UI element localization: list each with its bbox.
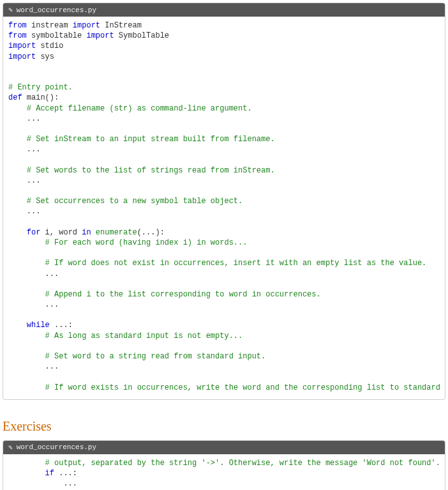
kw-in: in — [82, 228, 91, 237]
comment-append: # Append i to the list corresponding to … — [45, 290, 321, 299]
dots-5: ... — [45, 270, 59, 279]
for-tail: (...): — [137, 228, 165, 237]
code-header-2: ✎ word_occurrences.py — [3, 441, 445, 454]
dots-1: ... — [27, 114, 41, 123]
filename-2: word_occurrences.py — [17, 443, 96, 451]
comment-aslong: # As long as standard input is not empty… — [45, 332, 243, 341]
if-tail: ...: — [54, 469, 77, 478]
kw-while: while — [27, 321, 50, 330]
kw-import4: import — [8, 52, 36, 61]
dots-6: ... — [45, 300, 59, 309]
fn-enumerate: enumerate — [96, 228, 137, 237]
mod-sys: sys — [40, 52, 54, 61]
comment-entry: # Entry point. — [8, 83, 73, 92]
while-tail: ...: — [50, 321, 73, 330]
name-instream: InStream — [105, 21, 142, 30]
comment-accept: # Accept filename (str) as command-line … — [27, 104, 252, 113]
kw-import3: import — [8, 42, 36, 50]
name-symboltable: SymbolTable — [119, 31, 169, 40]
dots-4: ... — [27, 207, 41, 216]
exercises-heading: Exercises — [3, 419, 445, 434]
kw-import: import — [73, 21, 100, 30]
mod-symboltable: symboltable — [31, 31, 82, 40]
code-header-1: ✎ word_occurrences.py — [3, 3, 445, 17]
filename-1: word_occurrences.py — [17, 6, 96, 14]
code-body-2: # output, separated by the string '->'. … — [3, 454, 445, 490]
dots-2: ... — [27, 145, 41, 154]
kw-def: def — [8, 93, 22, 102]
dots-7: ... — [45, 362, 59, 371]
mod-stdio: stdio — [40, 42, 63, 50]
comment-setword: # Set word to a string read from standar… — [45, 352, 266, 361]
dots-3: ... — [27, 176, 41, 185]
comment-output: # output, separated by the string '->'. … — [45, 459, 440, 468]
for-mid: i, word — [40, 228, 82, 237]
comment-ifexists: # If word exists in occurrences, write t… — [45, 383, 440, 392]
kw-from: from — [8, 21, 27, 30]
dots-b1: ... — [63, 479, 77, 488]
edit-icon-2: ✎ — [8, 443, 13, 452]
code-body-1: from instream import InStream from symbo… — [3, 17, 445, 399]
code-block-1: ✎ word_occurrences.py from instream impo… — [3, 3, 445, 400]
edit-icon: ✎ — [8, 6, 13, 14]
comment-instream: # Set inStream to an input stream built … — [27, 135, 275, 144]
fn-main: main(): — [27, 93, 59, 102]
comment-occurrences: # Set occurrences to a new symbol table … — [27, 197, 243, 206]
kw-from2: from — [8, 31, 27, 40]
code-block-2: ✎ word_occurrences.py # output, separate… — [3, 440, 445, 490]
kw-if: if — [45, 469, 54, 478]
comment-words: # Set words to the list of strings read … — [27, 166, 275, 175]
comment-ifnot: # If word does not exist in occurrences,… — [45, 259, 427, 268]
comment-foreach: # For each word (having index i) in word… — [45, 238, 248, 247]
kw-import2: import — [86, 31, 114, 40]
kw-for: for — [27, 228, 41, 237]
mod-instream: instream — [31, 21, 68, 30]
